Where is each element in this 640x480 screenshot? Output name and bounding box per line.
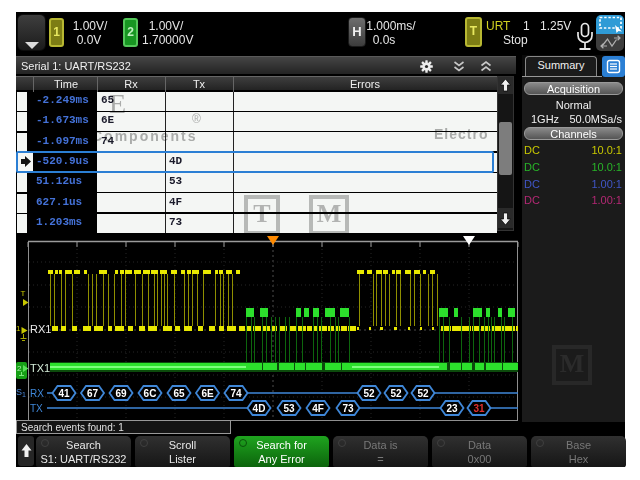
svg-text:41: 41 (58, 388, 70, 399)
svg-text:RX: RX (30, 388, 44, 399)
svg-text:S1: S1 (16, 387, 26, 398)
svg-text:52: 52 (417, 388, 429, 399)
svg-text:53: 53 (283, 403, 295, 414)
svg-text:74: 74 (230, 388, 242, 399)
svg-text:65: 65 (173, 388, 185, 399)
svg-text:6E: 6E (201, 388, 214, 399)
svg-text:RX1: RX1 (30, 323, 51, 335)
svg-text:23: 23 (446, 403, 458, 414)
svg-text:4F: 4F (312, 403, 324, 414)
svg-text:31: 31 (473, 403, 485, 414)
svg-text:52: 52 (363, 388, 375, 399)
svg-text:T: T (21, 289, 26, 298)
svg-text:52: 52 (390, 388, 402, 399)
svg-text:73: 73 (342, 403, 354, 414)
svg-text:TX: TX (30, 403, 43, 414)
svg-text:TX1: TX1 (30, 362, 50, 374)
svg-text:1: 1 (16, 324, 21, 333)
svg-text:2: 2 (17, 364, 22, 373)
svg-text:4D: 4D (253, 403, 266, 414)
svg-text:67: 67 (87, 388, 99, 399)
svg-text:6C: 6C (144, 388, 157, 399)
svg-text:69: 69 (115, 388, 127, 399)
